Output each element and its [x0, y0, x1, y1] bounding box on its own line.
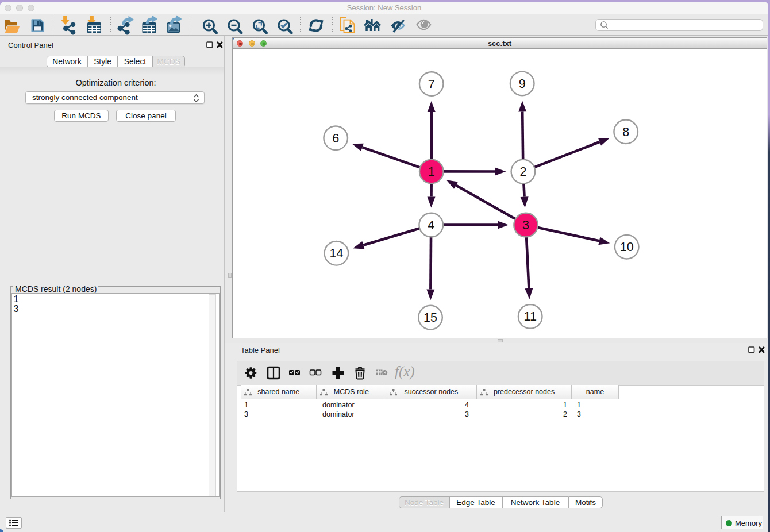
- svg-text:4: 4: [428, 218, 434, 232]
- svg-text:15: 15: [424, 311, 437, 325]
- svg-text:6: 6: [332, 132, 339, 145]
- svg-text:10: 10: [620, 240, 634, 254]
- svg-text:9: 9: [519, 77, 526, 91]
- svg-text:2: 2: [519, 165, 526, 179]
- svg-text:14: 14: [329, 246, 343, 260]
- svg-text:8: 8: [622, 125, 629, 139]
- svg-text:1: 1: [428, 165, 435, 179]
- svg-text:11: 11: [524, 310, 537, 323]
- svg-text:7: 7: [428, 78, 435, 91]
- svg-text:3: 3: [522, 218, 529, 232]
